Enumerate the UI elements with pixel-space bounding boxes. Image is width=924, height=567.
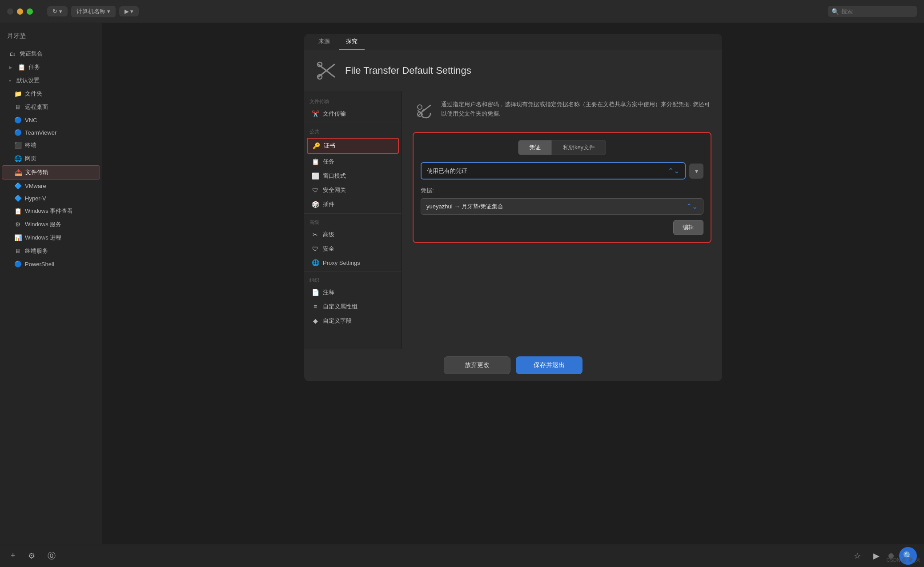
plus-icon: + [11,551,16,560]
nav-item-custom-fields[interactable]: ◆ 自定义字段 [304,314,402,328]
play-bottom-button[interactable]: ▶ [870,549,883,563]
nav-item-tasks[interactable]: 📋 任务 [304,155,402,169]
sidebar-item-label: 终端 [25,141,36,149]
credentials-label: 凭据: [421,187,703,195]
close-button[interactable] [7,8,13,15]
nav-item-advanced[interactable]: ✂ 高级 [304,228,402,242]
nav-item-plugins[interactable]: 🎲 插件 [304,197,402,212]
play-btn[interactable]: ▶ ▾ [119,6,139,16]
win-services-icon: ⚙ [14,221,21,228]
select-row: 使用已有的凭证 ⌃⌄ ▾ [421,162,703,180]
use-existing-dropdown[interactable]: 使用已有的凭证 ⌃⌄ [421,162,686,180]
sidebar-item-win-events[interactable]: 📋 Windows 事件查看 [0,204,102,218]
sidebar-item-win-processes[interactable]: 📊 Windows 进程 [0,231,102,244]
panel-tab-credentials[interactable]: 凭证 [518,140,552,155]
nav-item-security[interactable]: 🛡 安全 [304,242,402,256]
star-button[interactable]: ☆ [850,549,864,563]
settings-button[interactable]: ⚙ [24,549,39,563]
credentials-icon: 🗂 [9,50,16,57]
expand-button[interactable]: ▾ [689,164,703,179]
window-icon: ⬜ [311,172,319,180]
proxy-icon: 🌐 [311,259,319,266]
file-transfer-icon: 📤 [15,169,22,176]
sidebar-item-label: VMware [25,183,46,189]
nav-item-window-mode[interactable]: ⬜ 窗口模式 [304,169,402,183]
win-events-icon: 📋 [14,208,21,215]
add-button[interactable]: + [7,549,19,562]
chevron-down-icon: ▾ [695,168,698,175]
sidebar-item-vmware[interactable]: 🔷 VMware [0,180,102,192]
list-icon: ≡ [311,303,319,310]
sidebar-item-vnc[interactable]: 🔵 VNC [0,114,102,126]
plugin-icon: 🎲 [311,201,319,208]
nav-item-proxy-settings[interactable]: 🌐 Proxy Settings [304,256,402,269]
watermark: CSDN @ 夏_末 [886,557,920,563]
key-icon: 🔑 [312,142,320,149]
sidebar-item-win-services[interactable]: ⚙ Windows 服务 [0,218,102,231]
sidebar-item-powershell[interactable]: 🔵 PowerShell [0,258,102,270]
number-button[interactable]: ⓪ [44,549,59,563]
sidebar-item-label: 凭证集合 [20,50,43,58]
tab-explore[interactable]: 探究 [339,34,365,50]
powershell-icon: 🔵 [14,260,21,268]
nav-item-notes[interactable]: 📄 注释 [304,285,402,299]
sidebar-item-terminal-services[interactable]: 🖥 终端服务 [0,244,102,258]
edit-button[interactable]: 编辑 [673,220,703,235]
desc-text: 通过指定用户名和密码，选择现有凭据或指定凭据名称（主要在文档共享方案中使用）来分… [441,100,711,121]
settings-nav: 文件传输 ✂️ 文件传输 公共 🔑 证书 📋 任务 [304,91,402,349]
cancel-button[interactable]: 放弃更改 [444,356,510,374]
save-button[interactable]: 保存并退出 [516,356,583,374]
advanced-icon: ✂ [311,231,319,238]
edit-btn-row: 编辑 [421,220,703,235]
sidebar-item-terminal[interactable]: ⬛ 终端 [0,139,102,152]
sidebar-item-teamviewer[interactable]: 🔵 TeamViewer [0,126,102,139]
sidebar: 月牙垫 🗂 凭证集合 ▶ 📋 任务 ▾ 默认设置 📁 文件夹 🖥 远程桌面 🔵 … [0,23,102,567]
panel-tab-key-file[interactable]: 私钥key文件 [552,140,606,155]
divider [304,123,402,123]
dialog-header: File Transfer Default Settings [304,50,722,91]
sidebar-item-web[interactable]: 🌐 网页 [0,152,102,165]
history-btn[interactable]: ↻ ▾ [47,6,68,16]
sidebar-item-label: 远程桌面 [25,103,48,111]
minimize-button[interactable] [17,8,23,15]
sidebar-item-tasks[interactable]: ▶ 📋 任务 [0,60,102,74]
hyperv-icon: 🔷 [14,195,21,202]
titlebar: ↻ ▾ 计算机名称 ▾ ▶ ▾ 🔍 [0,0,924,23]
credentials-dropdown[interactable]: yueyazhui → 月牙垫/凭证集合 ⌃⌄ [421,198,703,215]
win-processes-icon: 📊 [14,234,21,241]
maximize-button[interactable] [27,8,33,15]
sidebar-item-folder[interactable]: 📁 文件夹 [0,87,102,100]
shield-icon: 🛡 [311,245,319,252]
sidebar-item-label: TeamViewer [25,129,56,136]
dialog-tabs: 来源 探究 [304,34,722,50]
sidebar-item-defaults[interactable]: ▾ 默认设置 [0,74,102,87]
search-icon: 🔍 [832,8,839,15]
teamviewer-icon: 🔵 [14,129,21,136]
inner-panel: 凭证 私钥key文件 使用已有的凭证 ⌃⌄ [413,132,711,243]
nav-item-custom-attr-group[interactable]: ≡ 自定义属性组 [304,299,402,314]
content-area: 来源 探究 File Transfer Default Settings [102,23,924,567]
search-input[interactable] [828,6,917,17]
dialog-panel: 来源 探究 File Transfer Default Settings [304,34,722,381]
titlebar-right: 🔍 [828,6,917,17]
dialog-body: 文件传输 ✂️ 文件传输 公共 🔑 证书 📋 任务 [304,91,722,349]
diamond-icon: ◆ [311,317,319,324]
creds-arrow-icon: ⌃⌄ [686,202,698,211]
sidebar-item-label: 任务 [28,63,40,71]
nav-section-public: 公共 [304,125,402,137]
sidebar-item-label: Windows 进程 [25,234,61,242]
notes-icon: 📄 [311,289,319,296]
sidebar-item-credentials[interactable]: 🗂 凭证集合 [0,47,102,60]
sidebar-item-hyperv[interactable]: 🔷 Hyper-V [0,192,102,204]
settings-description: 通过指定用户名和密码，选择现有凭据或指定凭据名称（主要在文档共享方案中使用）来分… [413,100,711,121]
nav-item-file-transfer[interactable]: ✂️ 文件传输 [304,107,402,121]
sidebar-item-remote-desktop[interactable]: 🖥 远程桌面 [0,100,102,114]
nav-item-certificate[interactable]: 🔑 证书 [307,138,399,154]
vnc-icon: 🔵 [14,116,21,124]
sidebar-item-file-transfer[interactable]: 📤 文件传输 [2,165,100,180]
computer-name-btn[interactable]: 计算机名称 ▾ [71,6,116,17]
scissors-icon: ✂️ [311,110,319,117]
nav-item-security-gateway[interactable]: 🛡 安全网关 [304,183,402,197]
tab-source[interactable]: 来源 [311,34,337,50]
main-layout: 月牙垫 🗂 凭证集合 ▶ 📋 任务 ▾ 默认设置 📁 文件夹 🖥 远程桌面 🔵 … [0,23,924,567]
